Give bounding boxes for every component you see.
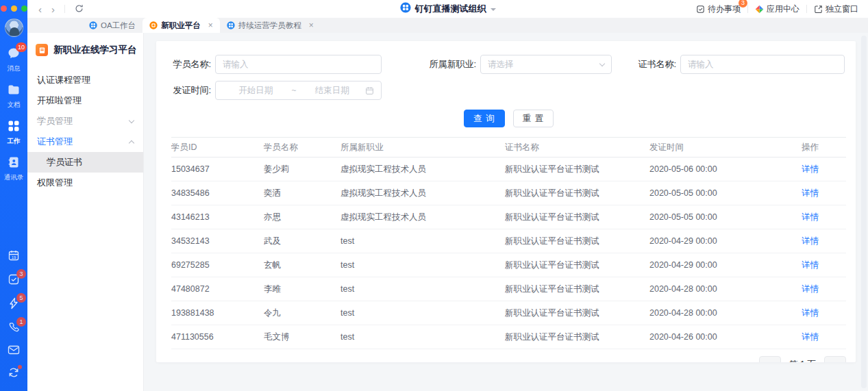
date-range-picker[interactable]: 开始日期 ~ 结束日期 [215,81,382,100]
cert-name-label: 证书名称: [632,58,676,71]
table-cell: test [340,260,505,270]
reset-button[interactable]: 重 置 [513,110,554,127]
student-name-input[interactable] [215,55,382,74]
rail-item-work[interactable]: 工作 [7,119,21,146]
menu-item-label: 开班啦管理 [37,94,82,107]
menu-item-label: 认证课程管理 [37,74,90,86]
scrollbar[interactable] [861,36,867,388]
menu-item-student-certificates[interactable]: 学员证书 [27,152,143,173]
dingtalk-tab-icon [89,21,97,29]
detail-link[interactable]: 详情 [802,260,846,271]
col-header-student-id: 学员ID [171,142,264,153]
detail-link[interactable]: 详情 [802,307,846,319]
detail-link[interactable]: 详情 [802,188,846,199]
check-square-icon [696,5,705,14]
table-cell: test [340,332,505,342]
menu-item-cert-course-mgmt[interactable]: 认证课程管理 [27,70,143,90]
next-page-button[interactable]: > [824,356,846,362]
table-cell: 34835486 [171,188,264,198]
mail-icon[interactable] [8,345,20,357]
table-cell: 新职业认证平台证书测试 [505,307,649,319]
phone-icon[interactable]: 1 [8,321,20,336]
menu-item-class-mgmt[interactable]: 开班啦管理 [27,90,143,111]
tab-strip: OA工作台 新职业平台 × 持续运营学员教程 × [27,18,868,33]
refresh-button[interactable] [75,4,84,14]
certificates-table: 学员ID 学员名称 所属新职业 证书名称 发证时间 操作 15034637姜少莉… [171,137,846,349]
work-grid-icon [7,119,21,136]
rail-item-docs[interactable]: 文档 [7,83,21,110]
table-cell: 新职业认证平台证书测试 [505,188,649,199]
titlebar: ‹ › 钉钉直播测试组织 待办事项 3 应用中心 [27,0,868,18]
detail-link[interactable]: 详情 [802,283,846,295]
cert-name-input[interactable] [680,55,845,74]
dingtalk-tab-icon [227,21,235,29]
divider [64,5,65,13]
sync-icon[interactable] [8,366,20,381]
tab-student-tutorial[interactable]: 持续运营学员教程 × [220,18,321,33]
todo-action-label: 待办事项 [708,3,741,15]
tab-close-icon[interactable]: × [208,21,213,30]
table-cell: 43146213 [171,212,264,222]
menu-item-label: 学员管理 [37,115,73,127]
phone-badge: 1 [16,317,26,327]
todo-icon[interactable]: 3 [8,273,20,288]
table-cell: 新职业认证平台证书测试 [505,164,649,175]
chevron-up-icon [129,140,134,145]
table-cell: test [340,236,505,246]
table-cell: 2020-05-05 00:00 [649,188,802,198]
close-window-button[interactable] [1,5,7,12]
tab-close-icon[interactable]: × [309,21,314,30]
back-button[interactable]: ‹ [38,4,42,14]
tab-oa-workbench[interactable]: OA工作台 [82,18,142,33]
calendar-icon[interactable]: 19 [8,249,20,264]
rail-bottom-tools: 19 3 5 1 [8,249,20,391]
menu-item-certificate-mgmt[interactable]: 证书管理 [27,131,143,152]
rail-item-messages[interactable]: 10 消息 [7,47,21,73]
end-date-placeholder: 结束日期 [299,85,366,97]
main-content: 学员名称: 所属新职业: 请选择 证书名称: 发证时间: 开始日期 ~ 结束日期 [144,33,868,391]
app-title: 新职业在线学习平台 [53,44,137,56]
table-row: 193881438令九test新职业认证平台证书测试2020-04-28 00:… [171,301,846,325]
table-cell: 193881438 [171,308,264,318]
table-cell: 亦思 [264,212,340,223]
tab-new-occupation-platform[interactable]: 新职业平台 × [142,18,220,33]
table-cell: 毛文博 [264,331,340,343]
detail-link[interactable]: 详情 [802,164,846,175]
window-controls [1,5,27,12]
ding-flash-icon[interactable]: 5 [8,297,20,312]
table-row: 69275285玄帆test新职业认证平台证书测试2020-04-29 00:0… [171,253,846,277]
app-sidebar: 新职业在线学习平台 认证课程管理 开班啦管理 学员管理 证书管理 学员证书 权限… [27,33,144,391]
app-center-action[interactable]: 应用中心 [755,3,799,15]
prev-page-button[interactable]: < [759,356,781,362]
todo-action[interactable]: 待办事项 3 [696,3,741,15]
occupation-select[interactable]: 请选择 [480,55,612,74]
rail-item-label: 工作 [8,137,21,146]
maximize-window-button[interactable] [21,5,27,12]
divider [747,5,748,13]
todo-badge: 3 [16,269,26,279]
left-rail: 10 消息 文档 工作 通讯录 19 [0,0,27,391]
avatar[interactable] [5,18,23,37]
org-switcher[interactable]: 钉钉直播测试组织 [400,2,496,16]
menu-item-student-mgmt[interactable]: 学员管理 [27,111,143,131]
detail-link[interactable]: 详情 [802,236,846,247]
rail-item-contacts[interactable]: 通讯录 [4,155,24,182]
start-date-placeholder: 开始日期 [223,85,289,97]
detail-link[interactable]: 详情 [802,212,846,223]
menu-item-label: 学员证书 [47,156,82,168]
content-card: 学员名称: 所属新职业: 请选择 证书名称: 发证时间: 开始日期 ~ 结束日期 [156,41,856,362]
detail-link[interactable]: 详情 [802,331,846,343]
app-center-icon [755,5,764,14]
minimize-window-button[interactable] [11,5,17,12]
table-cell: 34532143 [171,236,264,246]
search-button[interactable]: 查 询 [464,110,504,127]
table-row: 34835486奕洒虚拟现实工程技术人员新职业认证平台证书测试2020-05-0… [171,181,846,205]
table-cell: 69275285 [171,260,264,270]
messages-badge: 10 [16,42,27,52]
table-cell: 虚拟现实工程技术人员 [340,188,505,199]
menu-item-permission-mgmt[interactable]: 权限管理 [27,173,143,193]
svg-text:19: 19 [12,255,16,260]
range-separator: ~ [289,86,299,95]
standalone-window-action[interactable]: 独立窗口 [814,3,858,15]
forward-button[interactable]: › [51,4,55,14]
